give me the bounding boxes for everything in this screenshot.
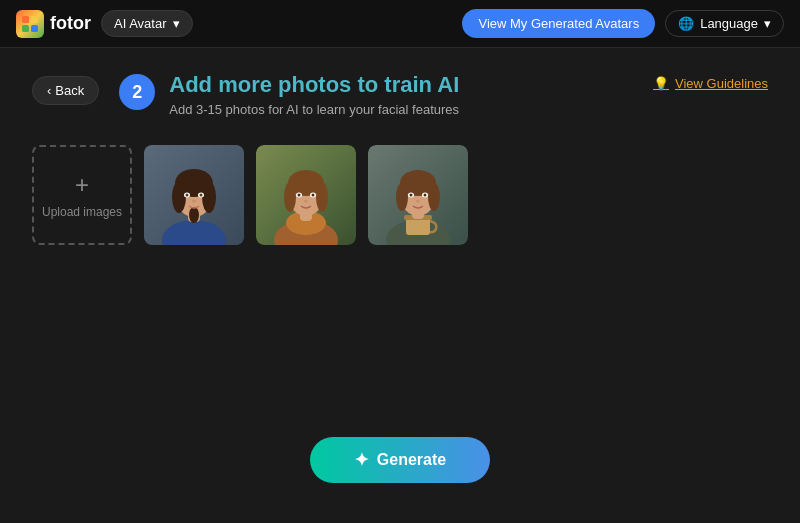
svg-point-30 xyxy=(304,200,308,203)
photo-3-image xyxy=(368,145,468,245)
plus-icon: + xyxy=(75,171,89,199)
photo-2-image xyxy=(256,145,356,245)
svg-point-25 xyxy=(316,182,328,212)
header-left: fotor AI Avatar ▾ xyxy=(16,10,193,38)
upload-box[interactable]: + Upload images xyxy=(32,145,132,245)
view-guidelines-link[interactable]: 💡 View Guidelines xyxy=(653,76,768,91)
svg-point-38 xyxy=(396,183,408,211)
generate-area: ✦ Generate xyxy=(310,437,490,483)
generate-label: Generate xyxy=(377,451,446,469)
language-chevron-icon: ▾ xyxy=(764,16,771,31)
upload-label: Upload images xyxy=(42,205,122,219)
images-area: + Upload images xyxy=(32,145,768,245)
svg-point-28 xyxy=(298,194,301,197)
dropdown-icon: ▾ xyxy=(173,16,180,31)
view-avatars-button[interactable]: View My Generated Avatars xyxy=(462,9,655,38)
svg-point-11 xyxy=(202,181,216,213)
language-label: Language xyxy=(700,16,758,31)
chevron-left-icon: ‹ xyxy=(47,83,51,98)
guidelines-label: View Guidelines xyxy=(675,76,768,91)
header: fotor AI Avatar ▾ View My Generated Avat… xyxy=(0,0,800,48)
svg-rect-0 xyxy=(22,16,29,23)
back-label: Back xyxy=(55,83,84,98)
step-area: 2 Add more photos to train AI Add 3-15 p… xyxy=(119,72,653,117)
photo-thumbnail-2 xyxy=(256,145,356,245)
svg-rect-3 xyxy=(31,25,38,32)
photo-thumbnail-1 xyxy=(144,145,244,245)
back-button[interactable]: ‹ Back xyxy=(32,76,99,105)
ai-avatar-label: AI Avatar xyxy=(114,16,167,31)
svg-point-15 xyxy=(186,194,189,197)
svg-point-44 xyxy=(416,200,420,203)
photo-thumbnail-3 xyxy=(368,145,468,245)
language-globe-icon: 🌐 xyxy=(678,16,694,31)
svg-point-12 xyxy=(189,207,199,223)
svg-rect-2 xyxy=(22,25,29,32)
guidelines-icon: 💡 xyxy=(653,76,669,91)
step-subtitle: Add 3-15 photos for AI to learn your fac… xyxy=(169,102,459,117)
step-title: Add more photos to train AI xyxy=(169,72,459,98)
step-number: 2 xyxy=(119,74,155,110)
logo-text: fotor xyxy=(50,13,91,34)
top-bar: ‹ Back 2 Add more photos to train AI Add… xyxy=(32,72,768,117)
photo-1-image xyxy=(144,145,244,245)
fotor-logo: fotor xyxy=(16,10,91,38)
svg-point-16 xyxy=(200,194,203,197)
svg-point-24 xyxy=(284,182,296,212)
svg-point-10 xyxy=(172,181,186,213)
svg-point-43 xyxy=(424,194,427,197)
header-right: View My Generated Avatars 🌐 Language ▾ xyxy=(462,9,784,38)
language-button[interactable]: 🌐 Language ▾ xyxy=(665,10,784,37)
magic-wand-icon: ✦ xyxy=(354,449,369,471)
svg-point-42 xyxy=(410,194,413,197)
ai-avatar-button[interactable]: AI Avatar ▾ xyxy=(101,10,193,37)
svg-point-39 xyxy=(428,183,440,211)
main-content: ‹ Back 2 Add more photos to train AI Add… xyxy=(0,48,800,269)
svg-point-29 xyxy=(312,194,315,197)
step-text: Add more photos to train AI Add 3-15 pho… xyxy=(169,72,459,117)
svg-rect-1 xyxy=(31,16,38,23)
svg-point-17 xyxy=(192,200,196,203)
generate-button[interactable]: ✦ Generate xyxy=(310,437,490,483)
logo-icon xyxy=(16,10,44,38)
